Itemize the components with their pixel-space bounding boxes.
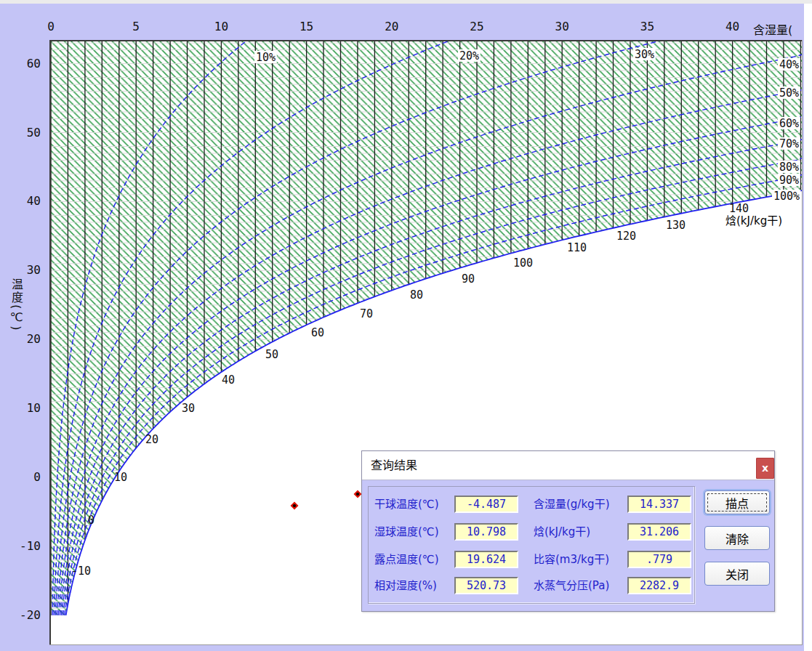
enthalpy-label: 80 xyxy=(410,288,423,302)
plot-point-button[interactable]: 描点 xyxy=(704,490,770,514)
plotted-point-marker xyxy=(291,502,299,510)
x-axis-title: 含湿量( xyxy=(753,20,792,38)
rh-label: 80% xyxy=(779,161,799,174)
label-dry-bulb: 干球温度(℃) xyxy=(374,496,439,513)
x-tick-label: 40 xyxy=(725,20,739,33)
enthalpy-label: 20 xyxy=(145,433,158,446)
y-tick-label: 40 xyxy=(3,194,41,208)
enthalpy-label: 140 xyxy=(729,202,749,215)
x-axis-header: 含湿量( 0510152025303540 xyxy=(0,4,804,40)
enthalpy-label: 90 xyxy=(462,272,475,286)
enthalpy-label: 30 xyxy=(182,402,195,415)
x-tick-label: 5 xyxy=(132,20,140,33)
label-vapor-pressure: 水蒸气分压(Pa) xyxy=(534,577,609,594)
x-tick-label: 10 xyxy=(214,20,228,33)
x-tick-label: 0 xyxy=(47,20,55,33)
enthalpy-label: 0 xyxy=(88,514,95,527)
value-relative-humidity[interactable]: 520.73 xyxy=(454,577,518,594)
x-tick-label: 35 xyxy=(640,20,654,33)
rh-label: 70% xyxy=(779,137,799,150)
result-fieldset: 干球温度(℃) -4.487 湿球温度(℃) 10.798 露点温度(℃) 19… xyxy=(368,486,695,604)
value-dew-point[interactable]: 19.624 xyxy=(454,551,518,568)
enthalpy-label: 40 xyxy=(222,373,235,387)
label-dew-point: 露点温度(℃) xyxy=(374,551,439,568)
y-tick-label: 60 xyxy=(3,57,41,70)
rh-label: 20% xyxy=(459,49,479,62)
rh-label: 40% xyxy=(779,58,799,71)
query-result-dialog: 查询结果 x 干球温度(℃) -4.487 湿球温度(℃) 10.798 露点温… xyxy=(361,450,775,612)
label-specific-volume: 比容(m3/kg干) xyxy=(534,551,609,568)
value-vapor-pressure[interactable]: 2282.9 xyxy=(627,577,691,594)
x-tick-label: 25 xyxy=(470,20,483,33)
plotted-point-marker xyxy=(354,490,362,498)
value-enthalpy[interactable]: 31.206 xyxy=(627,523,691,541)
rh-label: 10% xyxy=(256,51,276,64)
rh-label: 100% xyxy=(773,190,800,203)
close-button[interactable]: 关闭 xyxy=(704,562,770,586)
y-tick-label: 10 xyxy=(3,401,41,415)
label-wet-bulb: 湿球温度(℃) xyxy=(374,523,439,541)
y-tick-label: -20 xyxy=(3,608,41,622)
x-tick-label: 30 xyxy=(555,20,569,33)
y-tick-label: 20 xyxy=(3,332,41,346)
y-tick-label: -10 xyxy=(3,539,41,553)
close-icon[interactable]: x xyxy=(756,458,774,479)
label-relative-humidity: 相对湿度(%) xyxy=(374,577,437,594)
enthalpy-label: 60 xyxy=(311,326,324,339)
label-moisture-content: 含湿量(g/kg干) xyxy=(534,496,610,513)
enthalpy-label: 70 xyxy=(360,307,373,320)
enthalpy-label: 10 xyxy=(114,471,127,484)
rh-label: 30% xyxy=(635,48,654,61)
y-tick-label: 30 xyxy=(3,263,41,277)
enthalpy-label: 50 xyxy=(265,348,278,361)
enthalpy-label: 110 xyxy=(567,241,587,254)
value-moisture-content[interactable]: 14.337 xyxy=(627,496,691,513)
value-specific-volume[interactable]: .779 xyxy=(627,551,691,568)
rh-label: 60% xyxy=(779,117,799,130)
dialog-title: 查询结果 xyxy=(371,451,417,480)
y-axis-title: 温度(℃) xyxy=(7,278,25,331)
y-tick-label: 50 xyxy=(3,126,41,140)
window-right-margin xyxy=(804,4,812,651)
value-dry-bulb[interactable]: -4.487 xyxy=(454,496,518,513)
enthalpy-label: 120 xyxy=(616,230,636,243)
psychrometric-app-window: { "window": { "background_color": "#c4c4… xyxy=(0,0,812,651)
rh-label: 90% xyxy=(779,174,799,187)
enthalpy-label: 130 xyxy=(666,219,686,232)
rh-label: 50% xyxy=(779,86,799,100)
enthalpy-label: 100 xyxy=(513,256,533,270)
y-tick-label: 0 xyxy=(3,470,41,484)
enthalpy-label: -10 xyxy=(71,565,91,578)
label-enthalpy: 焓(kJ/kg干) xyxy=(534,523,590,541)
value-wet-bulb[interactable]: 10.798 xyxy=(454,523,518,541)
x-tick-label: 20 xyxy=(385,20,398,33)
enthalpy-axis-label: 焓(kJ/kg干) xyxy=(725,214,782,227)
dialog-titlebar[interactable]: 查询结果 x xyxy=(362,451,774,480)
clear-button[interactable]: 清除 xyxy=(704,526,770,550)
x-tick-label: 15 xyxy=(300,20,313,33)
